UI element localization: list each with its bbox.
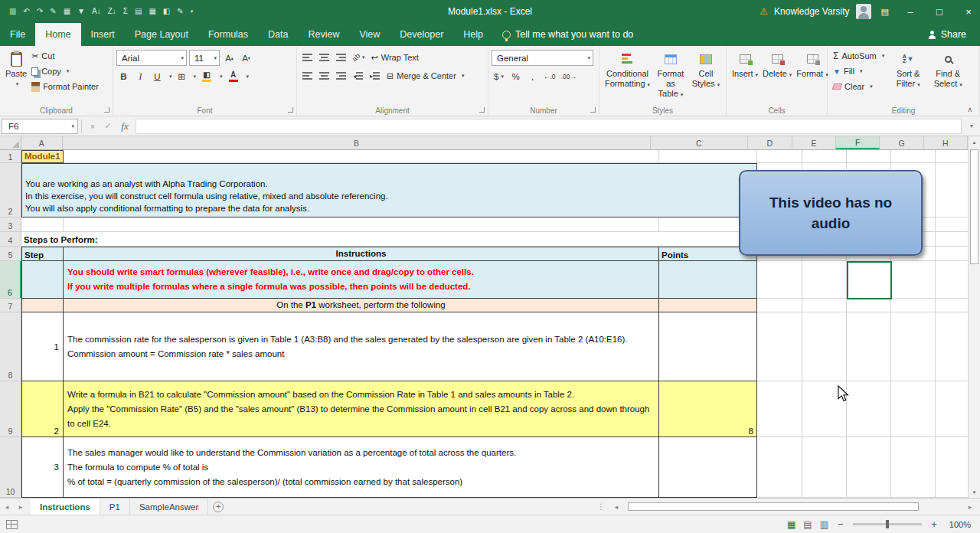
row-header[interactable]: 10 bbox=[0, 437, 21, 498]
filter-icon[interactable]: ▼ bbox=[74, 0, 88, 23]
borders-dropdown-icon[interactable]: ▾ bbox=[194, 74, 197, 80]
cell-C9-points[interactable]: 8 bbox=[659, 381, 757, 437]
page-layout-view-icon[interactable]: ▤ bbox=[803, 519, 812, 530]
number-format-dropdown-icon[interactable]: ▾ bbox=[587, 55, 590, 61]
zoom-out-icon[interactable]: − bbox=[836, 518, 845, 530]
cell-A5-step-header[interactable]: Step bbox=[21, 247, 64, 261]
freeze-panes-icon[interactable]: ▤ bbox=[132, 0, 145, 23]
zoom-slider[interactable] bbox=[853, 523, 922, 525]
previous-sheet-icon[interactable]: ◂ bbox=[0, 499, 14, 515]
row-header[interactable]: 2 bbox=[0, 163, 21, 217]
cancel-formula-icon[interactable]: × bbox=[85, 122, 100, 131]
cell-B6-note[interactable]: You should write smart formulas (whereve… bbox=[64, 261, 659, 299]
ribbon-tab-data[interactable]: Data bbox=[258, 23, 298, 46]
horizontal-scrollbar-track[interactable] bbox=[625, 502, 962, 512]
user-avatar[interactable] bbox=[856, 4, 871, 19]
ribbon-tab-developer[interactable]: Developer bbox=[390, 23, 453, 46]
new-sheet-button[interactable]: + bbox=[208, 499, 228, 515]
normal-view-icon[interactable]: ▦ bbox=[787, 519, 795, 530]
ribbon-tab-insert[interactable]: Insert bbox=[81, 23, 125, 46]
comma-style-button[interactable]: , bbox=[525, 69, 540, 83]
cell-A1[interactable]: Module1 bbox=[21, 150, 64, 163]
fill-button[interactable]: ▼ Fill ▾ bbox=[831, 64, 887, 79]
notification-warning-icon[interactable]: ⚠ bbox=[760, 6, 768, 17]
cell[interactable] bbox=[64, 217, 659, 232]
cell-B7-p1-banner[interactable]: On the P1 worksheet, perform the followi… bbox=[64, 299, 659, 312]
row-header[interactable]: 1 bbox=[0, 150, 21, 163]
column-header-E[interactable]: E bbox=[792, 136, 836, 149]
cell-A2-intro-block[interactable]: You are working as an analyst with Alpha… bbox=[21, 163, 757, 217]
scroll-left-icon[interactable]: ◂ bbox=[609, 503, 623, 511]
save-icon[interactable]: ▥ bbox=[6, 0, 19, 23]
cell-A8-step-number[interactable]: 1 bbox=[21, 312, 64, 381]
empty-cells[interactable] bbox=[757, 312, 968, 381]
expand-formula-bar-icon[interactable]: ▾ bbox=[965, 123, 978, 129]
ink-pen-icon[interactable]: ✎ bbox=[174, 0, 186, 23]
subtotal-icon[interactable]: Σ bbox=[120, 0, 131, 23]
scroll-up-icon[interactable]: ▴ bbox=[969, 136, 980, 148]
sheet-tab-instructions[interactable]: Instructions bbox=[31, 499, 100, 515]
close-button[interactable]: × bbox=[957, 0, 980, 23]
ribbon-tab-file[interactable]: File bbox=[0, 23, 35, 46]
name-box-dropdown-icon[interactable]: ▾ bbox=[71, 123, 77, 129]
cell-C6[interactable] bbox=[659, 261, 757, 299]
page-break-view-icon[interactable]: ▥ bbox=[820, 519, 828, 530]
vertical-scrollbar[interactable]: ▴ ▾ bbox=[968, 136, 980, 498]
formula-input[interactable] bbox=[136, 119, 962, 134]
column-header-A[interactable]: A bbox=[21, 136, 63, 149]
row-header[interactable]: 8 bbox=[0, 312, 21, 381]
find-select-button[interactable]: Find & Select▾ bbox=[928, 48, 968, 90]
underline-button[interactable]: U bbox=[150, 69, 165, 83]
format-as-table-button[interactable]: Format as Table▾ bbox=[652, 48, 689, 100]
sort-descending-icon[interactable]: Z↓ bbox=[105, 0, 119, 23]
clear-button[interactable]: Clear ▾ bbox=[831, 79, 887, 94]
accounting-format-button[interactable]: $▾ bbox=[492, 69, 506, 83]
insert-function-button[interactable]: fx bbox=[116, 120, 134, 132]
tell-me-box[interactable]: Tell me what you want to do bbox=[502, 29, 633, 40]
cell-A7[interactable] bbox=[21, 299, 64, 312]
clipboard-dialog-launcher-icon[interactable] bbox=[104, 107, 109, 113]
cell-C7[interactable] bbox=[659, 299, 757, 312]
empty-cells[interactable] bbox=[757, 381, 968, 437]
borders-icon[interactable]: ▦ bbox=[60, 0, 74, 23]
number-format-select[interactable]: General ▾ bbox=[492, 50, 593, 66]
ribbon-tab-view[interactable]: View bbox=[349, 23, 390, 46]
orientation-button[interactable]: ab▾ bbox=[351, 51, 367, 65]
autosum-dropdown-icon[interactable]: ▾ bbox=[882, 53, 885, 59]
empty-cells[interactable] bbox=[757, 150, 968, 163]
ribbon-tab-help[interactable]: Help bbox=[453, 23, 493, 46]
increase-indent-button[interactable]: ▸ bbox=[368, 69, 382, 83]
row-header[interactable]: 3 bbox=[0, 217, 21, 232]
column-header-B[interactable]: B bbox=[63, 136, 651, 149]
collapse-ribbon-icon[interactable]: ∧ bbox=[967, 106, 972, 113]
paste-dropdown-icon[interactable]: ▾ bbox=[16, 79, 19, 89]
percent-style-button[interactable]: % bbox=[508, 69, 523, 83]
row-header[interactable]: 6 bbox=[0, 261, 21, 299]
decrease-decimal-button[interactable]: .00→ bbox=[560, 69, 578, 83]
cell[interactable] bbox=[21, 217, 64, 232]
ribbon-tab-page-layout[interactable]: Page Layout bbox=[125, 23, 198, 46]
borders-button[interactable]: ⊞ bbox=[175, 69, 189, 83]
format-cells-button[interactable]: Format▾ bbox=[794, 48, 830, 80]
cell-B8-instruction[interactable]: The commission rate for the salesperson … bbox=[64, 312, 659, 381]
row-header[interactable]: 5 bbox=[0, 247, 21, 261]
row-header[interactable]: 4 bbox=[0, 232, 21, 247]
vertical-scrollbar-thumb[interactable] bbox=[970, 149, 978, 264]
align-center-button[interactable] bbox=[317, 69, 332, 83]
tab-splitter-icon[interactable]: ⋮ bbox=[594, 502, 608, 511]
cell-A4-steps-heading[interactable]: Steps to Perform: bbox=[21, 232, 757, 247]
copy-dropdown-icon[interactable]: ▾ bbox=[67, 68, 70, 74]
increase-font-size-button[interactable]: A▴ bbox=[222, 51, 237, 65]
merge-center-button[interactable]: ⊟ Merge & Center ▾ bbox=[384, 68, 466, 83]
fill-color-icon[interactable]: ◧ bbox=[160, 0, 173, 23]
insert-table-icon[interactable]: ▦ bbox=[145, 0, 158, 23]
column-header-C[interactable]: C bbox=[651, 136, 747, 149]
cell-C10-points[interactable] bbox=[659, 437, 757, 498]
decrease-indent-button[interactable]: ◂ bbox=[351, 69, 365, 83]
increase-decimal-button[interactable]: ←.0 bbox=[542, 69, 557, 83]
scroll-right-icon[interactable]: ▸ bbox=[963, 503, 977, 511]
maximize-button[interactable]: □ bbox=[928, 0, 951, 23]
row-header[interactable]: 7 bbox=[0, 299, 21, 312]
cell-A10-step-number[interactable]: 3 bbox=[21, 437, 64, 498]
align-middle-button[interactable] bbox=[317, 51, 332, 65]
